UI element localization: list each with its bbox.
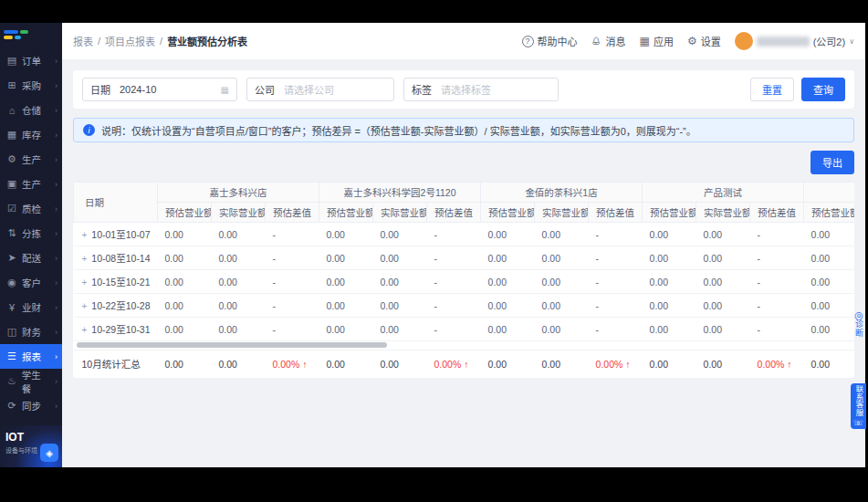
sidebar-item-inventory[interactable]: ▦库存›	[0, 122, 62, 147]
sidebar-item-finance[interactable]: ◫财务›	[0, 319, 62, 344]
table-cell: -	[589, 223, 643, 246]
sidebar-item-qc[interactable]: ☑质检›	[0, 196, 62, 221]
chevron-right-icon: ›	[55, 402, 58, 411]
sidebar-item-sorting[interactable]: ⇅分拣›	[0, 221, 62, 246]
table-cell: 0.00	[643, 294, 696, 318]
reset-button[interactable]: 重置	[750, 78, 794, 101]
row-date-cell: +10-29至10-31	[74, 318, 158, 341]
column-subheader: 预估营业额	[158, 203, 212, 223]
arrow-up-icon: ↑	[302, 359, 307, 370]
sidebar-item-student-meal[interactable]: ♨学生餐›	[0, 369, 62, 393]
sidebar-item-production[interactable]: ⚙生产›	[0, 147, 62, 172]
table-cell: 0.00	[319, 223, 373, 246]
settings-button[interactable]: ⚙ 设置	[687, 34, 721, 48]
iot-cube-icon: ◈	[40, 444, 58, 462]
export-button[interactable]: 导出	[810, 151, 854, 174]
sidebar-item-label: 库存	[22, 128, 41, 141]
expand-plus-icon[interactable]: +	[82, 254, 88, 264]
sidebar-item-purchase[interactable]: ⊞采购›	[0, 73, 62, 98]
table-cell: 0.00	[319, 270, 373, 294]
summary-cell: 0.00% ↑	[427, 350, 481, 378]
delivery-icon: ➤	[6, 252, 17, 264]
breadcrumb-item[interactable]: 报表	[73, 34, 93, 48]
sidebar-item-warehouse[interactable]: ⌂仓储›	[0, 98, 62, 122]
biz-finance-icon: ¥	[6, 302, 17, 313]
query-button[interactable]: 查询	[801, 78, 845, 101]
column-subheader: 预估差值	[589, 203, 643, 223]
summary-cell: 0.00	[696, 350, 750, 378]
scrollbar-thumb[interactable]	[77, 342, 387, 348]
help-center-button[interactable]: ? 帮助中心	[522, 34, 578, 48]
breadcrumb-item[interactable]: 项目点报表	[105, 34, 155, 48]
chevron-down-icon: ∨	[849, 37, 854, 46]
sidebar-item-customer[interactable]: ◉客户›	[0, 270, 62, 295]
warehouse-icon: ⌂	[6, 105, 17, 116]
arrow-up-icon: ↑	[464, 359, 468, 370]
messages-button[interactable]: 🕭 消息	[591, 34, 626, 48]
diagnose-widget[interactable]: ◎ 诊断	[852, 310, 866, 338]
table-cell: 0.00	[643, 318, 696, 341]
company-placeholder: 请选择公司	[284, 82, 334, 97]
sidebar-item-label: 配送	[22, 251, 41, 265]
sidebar-item-sync[interactable]: ⟳同步›	[0, 393, 62, 418]
summary-cell: 0.00	[158, 350, 212, 378]
table-cell: 0.00	[212, 246, 266, 270]
table-cell: 0.00	[373, 223, 427, 246]
sidebar-item-label: 仓储	[22, 103, 41, 117]
tag-placeholder: 请选择标签	[441, 82, 491, 97]
user-menu[interactable]: (公司2) ∨	[735, 32, 854, 50]
sidebar-item-production2[interactable]: ▣生产›	[0, 172, 62, 196]
chevron-right-icon: ›	[55, 180, 58, 189]
tag-select[interactable]: 标签 请选择标签	[403, 78, 559, 101]
chevron-right-icon: ›	[55, 229, 58, 238]
chevron-right-icon: ›	[55, 254, 58, 263]
table-cell: 0.00	[481, 246, 535, 270]
horizontal-scrollbar[interactable]	[74, 341, 855, 350]
date-picker[interactable]: 日期 2024-10 ▦	[82, 78, 237, 101]
customer-icon: ◉	[6, 277, 17, 288]
expand-plus-icon[interactable]: +	[82, 277, 88, 288]
table-cell: 0.00	[481, 223, 535, 246]
sidebar-item-report[interactable]: ☰报表›	[0, 344, 62, 369]
sidebar-iot-panel[interactable]: IOT 设备与环境 ◈	[0, 425, 62, 467]
info-banner: i 说明：仅统计设置为“自营项目点/窗口”的客户；预估差异 =（预估营业额-实际…	[73, 118, 854, 142]
expand-plus-icon[interactable]: +	[82, 325, 88, 335]
apps-button[interactable]: ▦ 应用	[640, 34, 674, 48]
table-row: +10-29至10-310.000.00-0.000.00-0.000.00-0…	[74, 318, 855, 341]
table-cell: 0.00	[212, 294, 266, 318]
qc-icon: ☑	[6, 203, 17, 214]
report-icon: ☰	[6, 350, 17, 362]
table-cell: -	[266, 223, 319, 246]
column-group-header	[804, 183, 854, 203]
table-cell: 0.00	[319, 246, 373, 270]
table-cell: -	[427, 223, 481, 246]
horizontal-scrollbar-row	[74, 341, 855, 350]
sidebar-item-biz-finance[interactable]: ¥业财›	[0, 295, 62, 319]
customer-service-widget[interactable]: 联系客服 ☏	[851, 383, 866, 429]
column-subheader: 预估营业额	[319, 203, 373, 223]
sidebar-item-delivery[interactable]: ➤配送›	[0, 246, 62, 270]
question-circle-icon: ?	[522, 36, 534, 47]
column-subheader: 预估差值	[266, 203, 319, 223]
column-group-header: 嘉士多科兴店	[158, 183, 319, 203]
table-cell: 0.00	[535, 318, 589, 341]
column-subheader: 预估营业额	[481, 203, 535, 223]
table-cell: 0.00	[804, 246, 854, 270]
sidebar-item-label: 质检	[22, 202, 41, 215]
table-cell: -	[750, 223, 804, 246]
table-cell: 0.00	[696, 294, 750, 318]
chevron-right-icon: ›	[55, 328, 58, 337]
expand-plus-icon[interactable]: +	[82, 301, 88, 311]
sidebar-item-orders[interactable]: ▤订单›	[0, 48, 62, 73]
expand-plus-icon[interactable]: +	[82, 230, 88, 240]
chevron-right-icon: ›	[55, 81, 58, 90]
company-select[interactable]: 公司 请选择公司	[246, 78, 394, 101]
summary-cell: 0.00	[319, 350, 373, 378]
table-cell: -	[750, 318, 804, 341]
summary-cell: 0.00	[373, 350, 427, 378]
topbar-actions: ? 帮助中心 🕭 消息 ▦ 应用 ⚙ 设置 (公司	[522, 32, 854, 50]
sidebar-item-label: 学生餐	[22, 368, 50, 395]
page-title: 营业额预估分析表	[167, 34, 247, 48]
table-scroll-area[interactable]: 日期嘉士多科兴店嘉士多科兴科学园2号1120金佰的茶科兴1店产品测试预估营业额实…	[73, 182, 854, 378]
date-value: 2024-10	[120, 84, 156, 95]
